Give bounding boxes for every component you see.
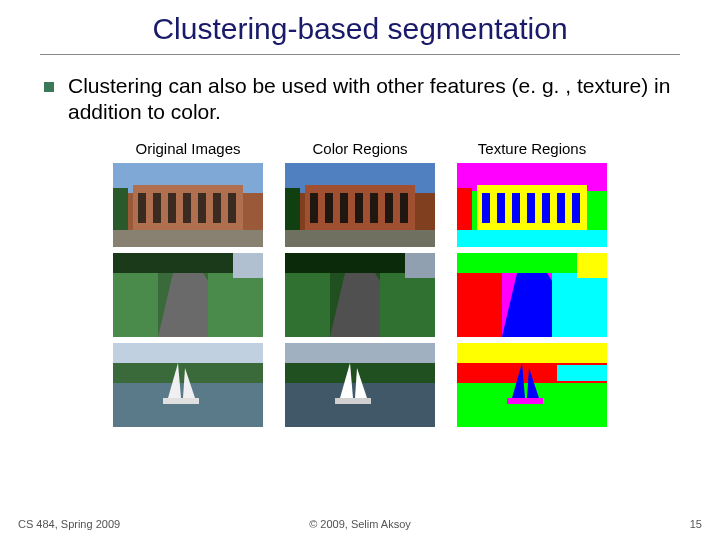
col-header-original: Original Images (113, 140, 263, 157)
svg-rect-46 (380, 273, 435, 337)
svg-rect-29 (512, 193, 520, 223)
svg-rect-4 (153, 193, 161, 223)
svg-rect-15 (310, 193, 318, 223)
svg-rect-33 (572, 193, 580, 223)
svg-rect-39 (113, 273, 158, 337)
svg-rect-41 (233, 253, 263, 278)
svg-rect-30 (527, 193, 535, 223)
svg-rect-32 (557, 193, 565, 223)
svg-rect-35 (457, 230, 607, 247)
grid-row (110, 343, 610, 427)
svg-rect-72 (557, 365, 607, 381)
svg-rect-71 (507, 398, 543, 404)
col-header-texture: Texture Regions (457, 140, 607, 157)
svg-rect-51 (457, 273, 502, 337)
svg-rect-7 (198, 193, 206, 223)
thumb-color-building (285, 163, 435, 247)
svg-rect-65 (335, 398, 371, 404)
svg-rect-28 (497, 193, 505, 223)
svg-rect-3 (138, 193, 146, 223)
svg-rect-17 (340, 193, 348, 223)
svg-rect-47 (405, 253, 435, 278)
footer-center: © 2009, Selim Aksoy (309, 518, 411, 530)
bullet-icon (44, 82, 54, 92)
thumb-original-sailboat (113, 343, 263, 427)
svg-rect-45 (285, 273, 330, 337)
col-header-color: Color Regions (285, 140, 435, 157)
thumb-original-park (113, 253, 263, 337)
thumb-texture-sailboat (457, 343, 607, 427)
svg-rect-27 (482, 193, 490, 223)
svg-rect-8 (213, 193, 221, 223)
svg-rect-52 (552, 273, 607, 337)
svg-rect-23 (285, 230, 435, 247)
thumb-color-park (285, 253, 435, 337)
thumb-original-building (113, 163, 263, 247)
svg-rect-9 (228, 193, 236, 223)
svg-rect-18 (355, 193, 363, 223)
body-bullet: Clustering can also be used with other f… (40, 73, 680, 126)
svg-rect-16 (325, 193, 333, 223)
svg-rect-20 (385, 193, 393, 223)
body-text: Clustering can also be used with other f… (68, 73, 680, 126)
grid-row (110, 253, 610, 337)
svg-rect-21 (400, 193, 408, 223)
grid-row (110, 163, 610, 247)
page-number: 15 (690, 518, 702, 530)
slide-footer: CS 484, Spring 2009 © 2009, Selim Aksoy … (0, 518, 720, 530)
thumb-color-sailboat (285, 343, 435, 427)
svg-rect-11 (113, 230, 263, 247)
slide-title: Clustering-based segmentation (40, 12, 680, 55)
thumb-texture-building (457, 163, 607, 247)
footer-left: CS 484, Spring 2009 (18, 518, 120, 530)
svg-rect-6 (183, 193, 191, 223)
svg-rect-53 (577, 253, 607, 278)
image-grid: Original Images Color Regions Texture Re… (110, 140, 610, 427)
thumb-texture-park (457, 253, 607, 337)
svg-rect-31 (542, 193, 550, 223)
svg-rect-19 (370, 193, 378, 223)
header-row: Original Images Color Regions Texture Re… (110, 140, 610, 157)
svg-rect-5 (168, 193, 176, 223)
svg-rect-40 (208, 273, 263, 337)
svg-rect-59 (163, 398, 199, 404)
